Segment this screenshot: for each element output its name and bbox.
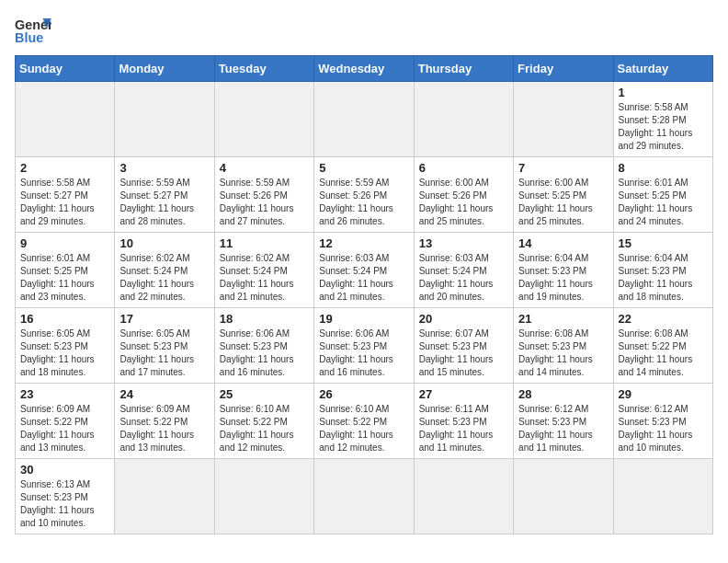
day-number: 11: [220, 236, 309, 250]
day-info: Sunrise: 6:12 AM Sunset: 5:23 PM Dayligh…: [518, 403, 608, 454]
day-header-saturday: Saturday: [613, 56, 712, 82]
day-info: Sunrise: 6:02 AM Sunset: 5:24 PM Dayligh…: [220, 252, 309, 304]
calendar-cell: [16, 82, 115, 157]
calendar-cell: [115, 459, 214, 534]
calendar-cell: 13Sunrise: 6:03 AM Sunset: 5:24 PM Dayli…: [414, 233, 513, 308]
calendar-cell: 16Sunrise: 6:05 AM Sunset: 5:23 PM Dayli…: [16, 308, 115, 384]
day-info: Sunrise: 6:04 AM Sunset: 5:23 PM Dayligh…: [518, 252, 608, 304]
calendar-cell: 11Sunrise: 6:02 AM Sunset: 5:24 PM Dayli…: [214, 233, 313, 308]
day-header-friday: Friday: [514, 56, 613, 82]
day-header-thursday: Thursday: [414, 56, 513, 82]
day-header-tuesday: Tuesday: [214, 56, 313, 82]
calendar-cell: 28Sunrise: 6:12 AM Sunset: 5:23 PM Dayli…: [514, 384, 613, 459]
day-number: 2: [20, 161, 109, 175]
day-info: Sunrise: 6:04 AM Sunset: 5:23 PM Dayligh…: [619, 252, 708, 304]
day-number: 29: [619, 387, 708, 401]
day-number: 6: [419, 161, 508, 175]
calendar-cell: 20Sunrise: 6:07 AM Sunset: 5:23 PM Dayli…: [414, 308, 513, 384]
day-number: 22: [619, 312, 708, 326]
calendar-cell: 1Sunrise: 5:58 AM Sunset: 5:28 PM Daylig…: [613, 82, 712, 157]
day-info: Sunrise: 5:58 AM Sunset: 5:28 PM Dayligh…: [619, 101, 708, 153]
calendar-cell: 24Sunrise: 6:09 AM Sunset: 5:22 PM Dayli…: [115, 384, 214, 459]
day-info: Sunrise: 6:01 AM Sunset: 5:25 PM Dayligh…: [619, 177, 708, 228]
day-header-wednesday: Wednesday: [314, 56, 414, 82]
calendar-cell: 7Sunrise: 6:00 AM Sunset: 5:25 PM Daylig…: [514, 157, 613, 233]
calendar-cell: 5Sunrise: 5:59 AM Sunset: 5:26 PM Daylig…: [314, 157, 414, 233]
logo: General Blue: [15, 15, 51, 48]
day-number: 9: [20, 236, 109, 250]
day-number: 8: [619, 161, 708, 175]
day-info: Sunrise: 6:03 AM Sunset: 5:24 PM Dayligh…: [319, 252, 408, 304]
calendar-cell: 30Sunrise: 6:13 AM Sunset: 5:23 PM Dayli…: [16, 459, 115, 534]
day-number: 5: [319, 161, 408, 175]
day-number: 23: [20, 387, 109, 401]
day-number: 14: [518, 236, 608, 250]
calendar-cell: 18Sunrise: 6:06 AM Sunset: 5:23 PM Dayli…: [214, 308, 313, 384]
calendar-cell: [414, 459, 513, 534]
calendar-cell: 17Sunrise: 6:05 AM Sunset: 5:23 PM Dayli…: [115, 308, 214, 384]
day-number: 28: [518, 387, 608, 401]
day-info: Sunrise: 5:58 AM Sunset: 5:27 PM Dayligh…: [20, 177, 109, 228]
day-info: Sunrise: 6:05 AM Sunset: 5:23 PM Dayligh…: [20, 327, 109, 379]
calendar-cell: [514, 82, 613, 157]
calendar-cell: [115, 82, 214, 157]
calendar-cell: 26Sunrise: 6:10 AM Sunset: 5:22 PM Dayli…: [314, 384, 414, 459]
day-number: 20: [419, 312, 508, 326]
calendar-body: 1Sunrise: 5:58 AM Sunset: 5:28 PM Daylig…: [16, 82, 713, 534]
day-info: Sunrise: 6:10 AM Sunset: 5:22 PM Dayligh…: [319, 403, 408, 454]
week-row-3: 9Sunrise: 6:01 AM Sunset: 5:25 PM Daylig…: [16, 233, 713, 308]
day-info: Sunrise: 6:09 AM Sunset: 5:22 PM Dayligh…: [20, 403, 109, 454]
day-number: 10: [119, 236, 209, 250]
svg-text:Blue: Blue: [15, 30, 43, 45]
calendar-cell: 2Sunrise: 5:58 AM Sunset: 5:27 PM Daylig…: [16, 157, 115, 233]
calendar-cell: [214, 459, 313, 534]
day-number: 4: [220, 161, 309, 175]
day-header-sunday: Sunday: [16, 56, 115, 82]
day-info: Sunrise: 6:05 AM Sunset: 5:23 PM Dayligh…: [119, 327, 209, 379]
logo-icon: General Blue: [15, 15, 51, 48]
week-row-4: 16Sunrise: 6:05 AM Sunset: 5:23 PM Dayli…: [16, 308, 713, 384]
day-number: 12: [319, 236, 408, 250]
calendar-cell: 29Sunrise: 6:12 AM Sunset: 5:23 PM Dayli…: [613, 384, 712, 459]
day-number: 18: [220, 312, 309, 326]
week-row-5: 23Sunrise: 6:09 AM Sunset: 5:22 PM Dayli…: [16, 384, 713, 459]
calendar-cell: 19Sunrise: 6:06 AM Sunset: 5:23 PM Dayli…: [314, 308, 414, 384]
day-number: 7: [518, 161, 608, 175]
calendar-cell: [314, 459, 414, 534]
days-header-row: SundayMondayTuesdayWednesdayThursdayFrid…: [16, 56, 713, 82]
day-info: Sunrise: 6:06 AM Sunset: 5:23 PM Dayligh…: [220, 327, 309, 379]
day-info: Sunrise: 6:07 AM Sunset: 5:23 PM Dayligh…: [419, 327, 508, 379]
calendar-cell: 25Sunrise: 6:10 AM Sunset: 5:22 PM Dayli…: [214, 384, 313, 459]
day-info: Sunrise: 6:09 AM Sunset: 5:22 PM Dayligh…: [119, 403, 209, 454]
day-number: 13: [419, 236, 508, 250]
calendar-cell: [514, 459, 613, 534]
calendar-cell: [414, 82, 513, 157]
calendar-cell: 3Sunrise: 5:59 AM Sunset: 5:27 PM Daylig…: [115, 157, 214, 233]
day-number: 27: [419, 387, 508, 401]
calendar-cell: 21Sunrise: 6:08 AM Sunset: 5:23 PM Dayli…: [514, 308, 613, 384]
calendar-cell: 23Sunrise: 6:09 AM Sunset: 5:22 PM Dayli…: [16, 384, 115, 459]
day-info: Sunrise: 6:13 AM Sunset: 5:23 PM Dayligh…: [20, 478, 109, 530]
calendar-cell: 10Sunrise: 6:02 AM Sunset: 5:24 PM Dayli…: [115, 233, 214, 308]
day-info: Sunrise: 6:01 AM Sunset: 5:25 PM Dayligh…: [20, 252, 109, 304]
day-number: 15: [619, 236, 708, 250]
day-number: 16: [20, 312, 109, 326]
calendar-cell: 8Sunrise: 6:01 AM Sunset: 5:25 PM Daylig…: [613, 157, 712, 233]
calendar-cell: 22Sunrise: 6:08 AM Sunset: 5:22 PM Dayli…: [613, 308, 712, 384]
calendar-cell: 27Sunrise: 6:11 AM Sunset: 5:23 PM Dayli…: [414, 384, 513, 459]
day-header-monday: Monday: [115, 56, 214, 82]
day-info: Sunrise: 6:12 AM Sunset: 5:23 PM Dayligh…: [619, 403, 708, 454]
day-info: Sunrise: 5:59 AM Sunset: 5:26 PM Dayligh…: [220, 177, 309, 228]
day-info: Sunrise: 6:08 AM Sunset: 5:23 PM Dayligh…: [518, 327, 608, 379]
day-info: Sunrise: 6:03 AM Sunset: 5:24 PM Dayligh…: [419, 252, 508, 304]
calendar-table: SundayMondayTuesdayWednesdayThursdayFrid…: [15, 55, 713, 534]
calendar-cell: [613, 459, 712, 534]
calendar-cell: [214, 82, 313, 157]
day-number: 30: [20, 463, 109, 477]
calendar-cell: 9Sunrise: 6:01 AM Sunset: 5:25 PM Daylig…: [16, 233, 115, 308]
day-number: 19: [319, 312, 408, 326]
day-info: Sunrise: 6:11 AM Sunset: 5:23 PM Dayligh…: [419, 403, 508, 454]
week-row-6: 30Sunrise: 6:13 AM Sunset: 5:23 PM Dayli…: [16, 459, 713, 534]
day-number: 24: [119, 387, 209, 401]
calendar-cell: [314, 82, 414, 157]
